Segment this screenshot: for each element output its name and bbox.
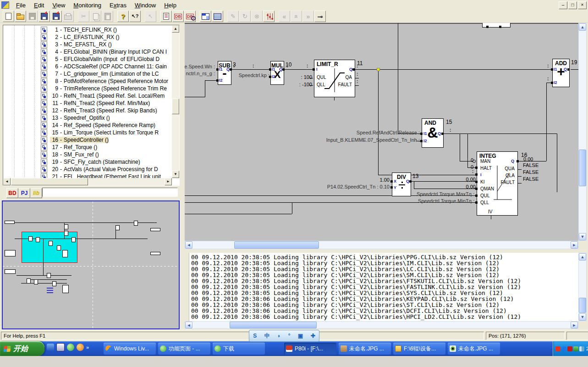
toolbar-button[interactable] [102,11,113,22]
toolbar-button[interactable]: ⊸ [314,11,326,22]
toolbar-button[interactable]: ✂ [78,11,89,22]
toolbar-button[interactable] [3,11,14,22]
scrollbar-thumb[interactable] [234,241,319,249]
scroll-down-button[interactable]: ▼ [172,171,179,178]
tree-item[interactable]: 11-RefN_Treat2 (Speed Ref. Min/Max) [3,100,172,107]
quick-launch-icon[interactable] [47,344,54,351]
toolbar-button[interactable] [74,11,77,22]
tray-icon-shield[interactable] [573,346,578,351]
minimize-button[interactable]: – [559,1,567,9]
tree-item[interactable]: 16-SpeedController () [3,136,172,144]
tree-item[interactable]: 2-LC_EFASTLINK_RX () [3,33,172,41]
tree-horizontal-scrollbar[interactable]: ◄ ► [3,178,172,185]
scroll-down-button[interactable]: ▼ [579,233,586,240]
scroll-down-button[interactable]: ▼ [579,313,586,321]
taskbar-window-button[interactable]: F:\6辊\设备... [393,343,445,355]
quick-launch-icon[interactable] [67,344,74,351]
tree-item[interactable]: 18-SM_Fux_ref () [3,151,172,158]
toolbar-button[interactable] [50,11,62,22]
quick-launch-icon[interactable] [77,344,84,351]
quick-launch-overflow-chevron[interactable]: » [86,345,89,350]
toolbar-button[interactable]: » [302,11,314,22]
scrollbar-thumb[interactable] [579,150,586,186]
tree-item[interactable]: 19-SFC_Fly_catch (Statemachine) [3,158,172,166]
scroll-left-button[interactable]: ◄ [3,178,11,185]
ime-icon[interactable]: ✚ [311,333,315,339]
tree-vertical-scrollbar[interactable]: ▲ ▼ [172,25,179,178]
toolbar-button[interactable]: ↖ [145,11,156,22]
tab-project[interactable]: PJ [18,188,30,198]
toolbar-button[interactable] [157,11,160,22]
toolbar-button[interactable]: ? [117,11,129,22]
taskbar-window-button[interactable]: 未命名.JPG ... [448,343,500,355]
ime-icon[interactable]: S [253,333,257,339]
block-diagram-canvas[interactable]: SUB - 3 I1 I2 Q MUL X 10 I1 I2 Q LIMIT_R [185,23,578,241]
toolbar-button[interactable] [90,11,101,22]
taskbar-window-button[interactable]: P80i - [F:\... [284,343,336,355]
scroll-left-button[interactable]: ◄ [185,322,192,328]
toolbar-button[interactable]: ↖? [129,11,141,22]
scrollbar-thumb[interactable] [11,178,88,185]
app-icon[interactable] [1,1,9,9]
toolbar-button[interactable]: DB [172,11,184,22]
menu-item[interactable]: Edit [30,1,48,10]
menu-item[interactable]: File [12,1,30,10]
toolbar-button[interactable] [200,11,211,22]
diagram-horizontal-scrollbar[interactable]: ◄ ► [185,241,578,249]
taskbar-window-button[interactable]: 功能页面 - ... [158,343,210,355]
toolbar-button[interactable]: ↻ [239,11,251,22]
ime-icon[interactable]: ° [288,333,291,339]
menu-item[interactable]: Extras [105,1,131,10]
tree-item[interactable]: 17-Ref_Torque () [3,144,172,151]
close-button[interactable]: × [578,1,587,9]
scroll-right-button[interactable]: ► [165,178,172,185]
taskbar-clock[interactable]: 21:06 [586,346,588,351]
ime-icon[interactable]: 中 [264,332,270,340]
log-horizontal-scrollbar[interactable]: ◄ ► [185,321,578,329]
tab-blockdiagram[interactable]: BD [6,188,18,198]
scrollbar-thumb[interactable] [579,298,586,313]
ime-icon[interactable]: ▣ [298,333,303,339]
scroll-up-button[interactable]: ▲ [579,23,586,31]
toolbar-button[interactable] [160,11,172,22]
scrollbar-thumb[interactable] [172,99,179,114]
tree-item[interactable]: 6-ADCScaleRef (ICP ADC Channel 11: Gain [3,63,172,70]
tree-item[interactable]: 21-EFL_Heardbeat (Ethernet Fast Link uni… [3,173,172,178]
log-vertical-scrollbar[interactable]: ▲ ▼ [578,253,587,321]
menu-item[interactable]: Help [160,1,181,10]
tree-item[interactable]: 8-PotMotReference (Speed Reference Motor [3,78,172,85]
tree-item[interactable]: 5-EFLGlobalValIn (Input of EFL/Global D [3,56,172,63]
diagram-vertical-scrollbar[interactable]: ▲ ▼ [578,23,587,241]
tray-icon-pdf[interactable] [567,346,572,351]
toolbar-button[interactable]: « [279,11,290,22]
scroll-right-button[interactable]: ► [571,241,578,249]
ime-icon[interactable]: ◗ [277,333,280,339]
ime-toolbar[interactable]: S中◗°▣✚ [249,330,319,342]
tree-item[interactable]: 12-RefN_Treat3 (Speed Ref. Skip Bands) [3,107,172,114]
tree-item[interactable]: 3-MC_EFASTL_RX () [3,41,172,48]
toolbar-button[interactable] [224,11,227,22]
menu-item[interactable]: Monitoring [69,1,105,10]
quick-launch-icon[interactable] [56,343,65,351]
tree-item[interactable]: 13-Speedref_Optifix () [3,114,172,122]
taskbar-window-button[interactable]: 未命名.JPG ... [339,343,391,355]
scrollbar-thumb[interactable] [230,322,317,328]
menu-item[interactable]: View [48,1,69,10]
scroll-up-button[interactable]: ▲ [579,253,586,261]
toolbar-button[interactable] [263,11,275,22]
taskbar-window-button[interactable]: 下载 [213,343,265,355]
scroll-left-button[interactable]: ◄ [185,241,192,249]
block-mul[interactable]: MUL X [270,61,284,85]
toolbar-button[interactable] [212,11,223,22]
toolbar-button[interactable] [15,11,26,22]
tree-item[interactable]: 7-LC_gridpower_lim (Limitation of the LC [3,70,172,78]
start-button[interactable]: 开始 [0,341,44,356]
toolbar-button[interactable]: « [291,11,302,22]
scroll-right-button[interactable]: ► [571,322,578,328]
tree-item[interactable]: 1-TECH_EFLINK_RX () [3,26,172,33]
toolbar-button[interactable]: ⊗ [251,11,263,22]
tree-item[interactable]: 20-ActVals (Actual Value Processing for … [3,166,172,173]
toolbar-button[interactable] [141,11,144,22]
search-input[interactable] [42,188,178,197]
tab-library[interactable]: lib [30,188,42,198]
